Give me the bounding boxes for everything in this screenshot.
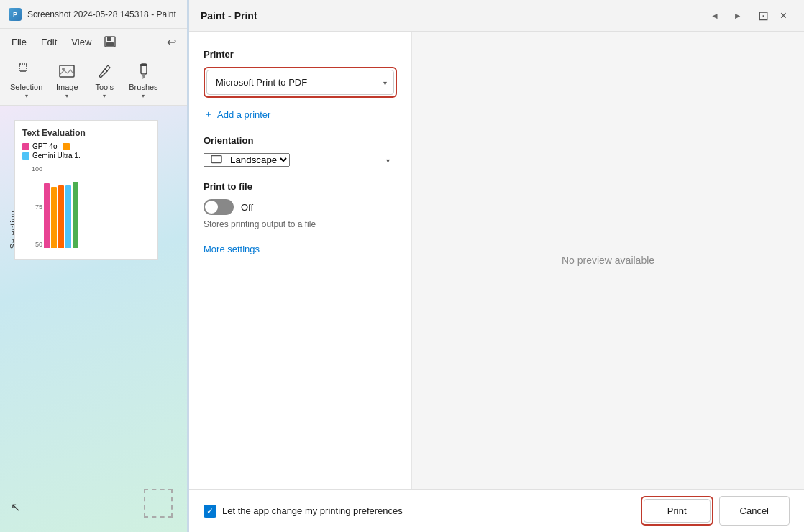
brushes-arrow: ▾ [142,93,145,99]
toolbar-image[interactable]: Image ▾ [50,58,84,102]
print-to-file-desc: Stores printing output to a file [204,219,397,229]
tools-arrow: ▾ [103,93,106,99]
legend-dot-gemini [22,152,29,160]
legend-label-gemini: Gemini Ultra 1. [32,152,81,160]
legend-item-gpt: GPT-4o [22,142,150,150]
menu-view[interactable]: View [65,35,97,50]
dialog-body: Printer Microsoft Print to PDF Microsoft… [189,32,804,489]
selection-icon [17,61,37,81]
printer-dropdown-wrapper: Microsoft Print to PDF Microsoft XPS Doc… [204,67,397,98]
dialog-nav-buttons: ◄ ► [706,9,746,22]
y-axis: 100 75 50 [22,165,42,248]
tools-icon [94,61,114,81]
brushes-label: Brushes [129,83,157,91]
print-to-file-label: Print to file [204,181,397,192]
bar-gemini [65,185,71,248]
bar-gpt4o [44,183,50,248]
undo-button[interactable]: ↩ [161,32,181,52]
screen-icon[interactable]: ⊡ [758,8,769,24]
paint-titlebar: P Screenshot 2024-05-28 145318 - Paint [0,0,187,29]
toolbar-tools[interactable]: Tools ▾ [87,58,122,102]
toggle-row: Off [204,199,397,215]
toggle-state-label: Off [241,202,253,213]
toolbar-brushes[interactable]: Brushes ▾ [124,58,162,102]
bar-wrapper-1 [44,183,50,248]
nav-next-button[interactable]: ► [729,9,746,22]
add-printer-link[interactable]: ＋ Add a printer [204,108,397,121]
print-button[interactable]: Print [644,499,711,523]
print-dialog: Paint - Print ◄ ► ⊡ × Printer Microsoft … [189,0,804,532]
bar-wrapper-2 [51,187,57,248]
image-label: Image [56,83,78,91]
more-settings-link[interactable]: More settings [204,244,397,254]
menu-file[interactable]: File [6,35,32,50]
bar-wrapper-5 [73,182,78,248]
orientation-select[interactable]: Portrait Landscape [204,153,290,167]
legend-label-gpt: GPT-4o [32,142,57,150]
bar-orange2 [58,185,64,248]
svg-rect-1 [107,37,111,41]
dotted-selection-box [144,489,173,518]
selection-label: Selection [10,83,42,91]
legend-dot-orange [63,143,70,150]
checkbox-checkmark: ✓ [206,506,214,516]
printer-select[interactable]: Microsoft Print to PDF Microsoft XPS Doc… [206,70,394,95]
add-printer-plus: ＋ [204,108,213,121]
chart-title: Text Evaluation [22,128,150,138]
svg-rect-2 [106,42,114,46]
nav-prev-button[interactable]: ◄ [706,9,723,22]
print-preview-panel: No preview available [412,32,804,489]
orientation-dropdown-arrow: ▾ [386,156,390,164]
legend-item-gemini: Gemini Ultra 1. [22,152,150,160]
dialog-footer: ✓ Let the app change my printing prefere… [189,489,804,532]
bar-green [73,182,78,248]
paint-window: P Screenshot 2024-05-28 145318 - Paint F… [0,0,187,532]
save-button[interactable] [100,32,120,52]
legend-dot-gpt [22,143,29,150]
toggle-knob [205,201,218,214]
arrow-cursor: ↖ [11,500,20,514]
orientation-section: Orientation Portrait Landscape ▾ [204,135,397,167]
printer-section: Printer Microsoft Print to PDF Microsoft… [204,49,397,121]
printing-prefs-label: Let the app change my printing preferenc… [222,505,403,516]
paint-canvas: Selection Text Evaluation GPT-4o Gemini … [0,106,187,532]
bar-wrapper-3 [58,185,64,248]
dialog-title: Paint - Print [201,10,706,22]
chart-bars: 100 75 50 [22,165,150,252]
checkbox-row: ✓ Let the app change my printing prefere… [204,505,629,518]
menu-edit[interactable]: Edit [35,35,63,50]
paint-app-icon: P [9,8,22,21]
paint-title-text: Screenshot 2024-05-28 145318 - Paint [27,9,176,19]
svg-rect-8 [140,64,147,66]
print-button-wrapper: Print [641,496,713,526]
bar-group [44,182,78,248]
selection-arrow: ▾ [25,93,28,99]
dialog-titlebar: Paint - Print ◄ ► ⊡ × [189,0,804,32]
paint-toolbar: Selection ▾ Image ▾ Tools ▾ [0,55,187,106]
printer-section-label: Printer [204,49,397,60]
y-label-50: 50 [35,241,42,248]
no-preview-text: No preview available [562,254,654,266]
paint-menubar: File Edit View ↩ [0,29,187,55]
svg-point-6 [62,68,65,70]
tools-label: Tools [95,83,114,91]
printing-prefs-checkbox[interactable]: ✓ [204,505,216,518]
printer-select-container: Microsoft Print to PDF Microsoft XPS Doc… [206,70,394,95]
orientation-label: Orientation [204,135,397,146]
svg-rect-3 [19,64,27,71]
brushes-icon [133,61,153,81]
print-to-file-toggle[interactable] [204,199,234,215]
dialog-left-panel: Printer Microsoft Print to PDF Microsoft… [189,32,412,489]
y-label-100: 100 [32,165,42,173]
close-button[interactable]: × [775,6,792,25]
image-icon [57,61,77,81]
chart-legend: GPT-4o Gemini Ultra 1. [22,142,150,160]
bar-wrapper-4 [65,185,71,248]
toolbar-selection[interactable]: Selection ▾ [6,58,47,102]
print-to-file-section: Print to file Off Stores printing output… [204,181,397,229]
footer-buttons: Print Cancel [641,496,790,526]
cancel-button[interactable]: Cancel [719,496,790,526]
y-label-75: 75 [35,203,42,211]
add-printer-text: Add a printer [217,109,270,120]
bar-orange [51,187,57,248]
